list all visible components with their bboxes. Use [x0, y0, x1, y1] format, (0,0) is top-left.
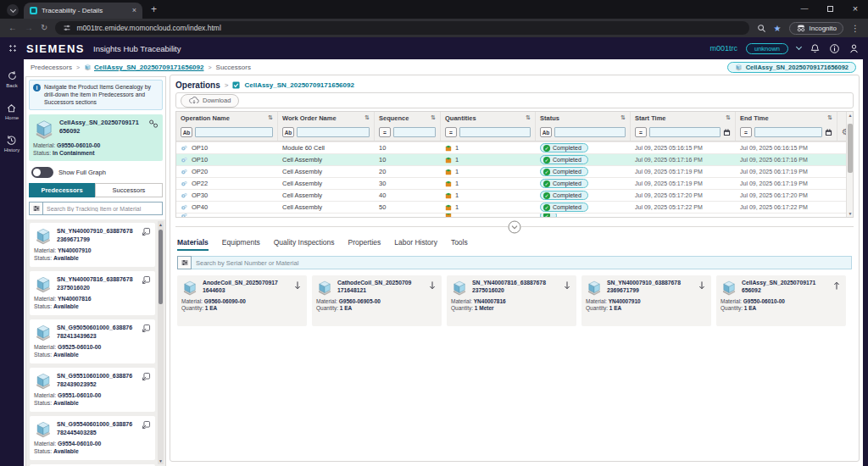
drill-down-icon[interactable] [142, 372, 151, 381]
operation-row[interactable]: OP20 Cell Assembly 20 1 ✓Completed Jul 0… [176, 165, 853, 177]
sort-icon[interactable]: ⇅ [726, 114, 731, 121]
bookmark-star-icon[interactable]: ★ [774, 24, 782, 33]
filter-type-button[interactable]: = [445, 127, 457, 137]
table-filter-row: Ab Ab = = Ab = = ⚙ [176, 124, 853, 141]
selected-item-card[interactable]: CellAssy_SN_20250709171656092 Material: … [29, 114, 163, 161]
operations-item-link[interactable]: CellAssy_SN_20250709171656092 [244, 81, 353, 89]
drill-down-icon[interactable] [142, 324, 151, 333]
back-nav-icon[interactable]: ← [8, 24, 17, 32]
filter-type-button[interactable]: Ab [181, 127, 192, 137]
operation-row[interactable]: OP22 Cell Assembly 30 1 ✓Completed Jul 0… [176, 177, 853, 189]
genealogy-icon[interactable] [148, 119, 159, 129]
browser-menu-icon[interactable]: ⋮ [851, 24, 860, 33]
sort-icon[interactable]: ⇅ [526, 114, 531, 121]
material-card[interactable]: CellAssy_SN_20250709171656092 Material: … [716, 275, 846, 326]
breadcrumb-successors[interactable]: Successors [216, 64, 251, 71]
col-end-time[interactable]: End Time [740, 114, 769, 122]
filter-type-button[interactable]: Ab [540, 127, 552, 137]
material-card[interactable]: CathodeCoil_SN_20250709171648121 Materia… [312, 275, 442, 326]
material-card[interactable]: SN_YN40007816_638876782375016020 Materia… [447, 275, 576, 326]
chevron-down-icon[interactable] [796, 44, 802, 50]
sort-icon[interactable]: ⇅ [431, 114, 436, 121]
tab-predecessors[interactable]: Predecessors [29, 183, 95, 197]
col-status[interactable]: Status [540, 114, 559, 122]
search-scope-button[interactable] [177, 256, 192, 269]
filter-end-time[interactable] [754, 127, 822, 137]
tab-close-icon[interactable]: × [132, 7, 136, 14]
tab-search-button[interactable] [7, 4, 19, 16]
drill-down-icon[interactable] [142, 275, 151, 285]
drill-down-icon[interactable] [142, 227, 151, 236]
breadcrumb-current-link[interactable]: CellAssy_SN_20250709171656092 [84, 64, 203, 71]
list-item[interactable]: SN_YN40007816_638876782375016020 Materia… [30, 271, 155, 315]
operation-row-selected[interactable]: OP10 Cell Assembly 10 1 ✓Completed Jul 0… [176, 153, 853, 165]
col-work-order-name[interactable]: Work Order Name [282, 114, 337, 122]
tab-equipments[interactable]: Equipments [222, 238, 260, 251]
list-item[interactable]: SN_G95050601000_638876782413439623 Mater… [30, 319, 155, 363]
filter-type-button[interactable]: = [379, 127, 391, 137]
filter-type-button[interactable]: Ab [282, 127, 294, 137]
minimize-button[interactable]: — [792, 0, 817, 17]
material-card[interactable]: AnodeCoil_SN_20250709171644603 Material:… [177, 275, 307, 326]
maximize-button[interactable] [817, 0, 843, 17]
tab-labor-history[interactable]: Labor History [394, 238, 437, 251]
sort-icon[interactable]: ⇅ [827, 114, 832, 121]
browser-tab[interactable]: Traceability - Details × [24, 3, 142, 19]
filter-start-time[interactable] [649, 127, 721, 137]
forward-nav-icon[interactable]: → [25, 24, 33, 32]
sidebar-search-input[interactable] [43, 202, 163, 215]
rail-back-button[interactable]: Back [6, 70, 17, 88]
app-launcher-icon[interactable] [8, 44, 18, 53]
operation-row[interactable]: OP30 Cell Assembly 40 1 ✓Completed Jul 0… [176, 189, 853, 201]
user-button[interactable] [849, 43, 860, 54]
notifications-button[interactable] [810, 43, 821, 54]
rail-history-button[interactable]: History [4, 135, 20, 153]
filter-quantities[interactable] [459, 127, 531, 137]
filter-status[interactable] [554, 127, 626, 137]
sort-icon[interactable]: ⇅ [268, 114, 273, 121]
filter-operation-name[interactable] [195, 127, 273, 137]
filter-sequence[interactable] [393, 127, 436, 137]
col-start-time[interactable]: Start Time [635, 114, 666, 122]
site-settings-icon[interactable] [63, 24, 71, 32]
list-item[interactable]: SN_G95540601000_638876782445403285 Mater… [30, 416, 155, 460]
col-quantities[interactable]: Quantities [445, 114, 476, 122]
table-scrollbar[interactable]: ▲ ▼ [846, 112, 853, 217]
material-card[interactable]: SN_YN40007910_638876782369671799 Materia… [581, 275, 711, 326]
col-operation-name[interactable]: Operation Name [181, 114, 230, 122]
col-sequence[interactable]: Sequence [379, 114, 409, 122]
sort-icon[interactable]: ⇅ [620, 114, 626, 121]
search-icon[interactable] [757, 24, 766, 33]
show-full-graph-toggle[interactable] [31, 167, 53, 178]
breadcrumb-predecessors[interactable]: Predecessors [31, 64, 72, 71]
sort-icon[interactable]: ⇅ [364, 114, 370, 121]
tab-quality-inspections[interactable]: Quality Inspections [274, 238, 335, 251]
tab-tools[interactable]: Tools [451, 238, 468, 251]
rail-home-button[interactable]: Home [5, 103, 19, 120]
materials-search-input[interactable] [192, 256, 852, 269]
drill-down-icon[interactable] [142, 420, 151, 430]
collapse-chevron-button[interactable] [508, 220, 521, 234]
operation-row[interactable]: OP10 Module 60 Cell 10 1 ✓Completed Jul … [176, 141, 853, 153]
close-button[interactable]: × [843, 0, 868, 17]
info-button[interactable] [829, 43, 840, 54]
filter-type-button[interactable]: = [635, 127, 647, 137]
reload-icon[interactable]: ↻ [41, 24, 47, 32]
list-item[interactable]: SN_G95510601000_638876782439023952 Mater… [30, 368, 155, 412]
operation-row-clipped[interactable]: ✓ [176, 213, 853, 217]
filter-type-button[interactable]: = [740, 127, 752, 137]
calendar-icon[interactable] [825, 129, 832, 136]
tab-materials[interactable]: Materials [177, 238, 209, 251]
search-scope-button[interactable] [29, 202, 43, 215]
download-button[interactable]: Download [181, 94, 239, 108]
sidebar-scrollbar[interactable]: ▲ ▼ [158, 221, 164, 464]
list-item[interactable]: SN_YN40007910_638876782369671799 Materia… [30, 223, 155, 267]
url-bar[interactable]: m001trc.emidev.momoncloud.com/index.html [55, 21, 748, 35]
tab-properties[interactable]: Properties [348, 238, 381, 251]
tab-successors[interactable]: Successors [95, 183, 163, 197]
operation-row[interactable]: OP40 Cell Assembly 50 1 ✓Completed Jul 0… [176, 201, 853, 213]
context-item-pill[interactable]: CellAssy_SN_20250709171656092 [727, 62, 856, 73]
filter-work-order[interactable] [297, 127, 370, 137]
new-tab-button[interactable]: + [151, 3, 157, 15]
calendar-icon[interactable] [723, 129, 731, 136]
